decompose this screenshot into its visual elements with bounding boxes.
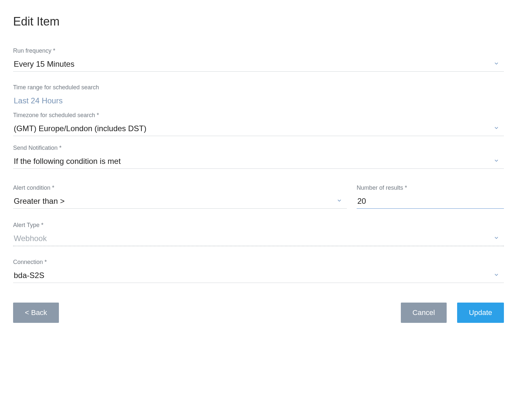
number-of-results-label: Number of results * [357, 184, 504, 191]
chevron-down-icon [493, 235, 499, 242]
back-button[interactable]: < Back [13, 303, 59, 323]
send-notification-field: Send Notification * If the following con… [13, 145, 504, 169]
timezone-field: Timezone for scheduled search * (GMT) Eu… [13, 112, 504, 136]
number-of-results-input-wrap[interactable] [357, 195, 504, 209]
time-range-label: Time range for scheduled search [13, 84, 504, 91]
update-button[interactable]: Update [457, 303, 504, 323]
run-frequency-value: Every 15 Minutes [14, 60, 74, 69]
cancel-button[interactable]: Cancel [401, 303, 447, 323]
send-notification-label: Send Notification * [13, 145, 504, 151]
button-bar: < Back Cancel Update [13, 303, 504, 323]
alert-type-label: Alert Type * [13, 222, 504, 229]
run-frequency-select[interactable]: Every 15 Minutes [13, 58, 504, 72]
right-buttons: Cancel Update [401, 303, 504, 323]
send-notification-select[interactable]: If the following condition is met [13, 155, 504, 169]
timezone-value: (GMT) Europe/London (includes DST) [14, 124, 147, 133]
timezone-select[interactable]: (GMT) Europe/London (includes DST) [13, 122, 504, 136]
number-of-results-field: Number of results * [357, 184, 504, 209]
alert-condition-field: Alert condition * Greater than > [13, 184, 347, 209]
alert-condition-label: Alert condition * [13, 184, 347, 191]
time-range-field: Time range for scheduled search Last 24 … [13, 84, 504, 106]
alert-condition-value: Greater than > [14, 197, 64, 206]
edit-item-form: Run frequency * Every 15 Minutes Time ra… [13, 47, 504, 323]
run-frequency-field: Run frequency * Every 15 Minutes [13, 47, 504, 72]
chevron-down-icon [493, 61, 499, 68]
run-frequency-label: Run frequency * [13, 47, 504, 54]
time-range-link[interactable]: Last 24 Hours [13, 94, 504, 106]
alert-condition-select[interactable]: Greater than > [13, 195, 347, 209]
timezone-label: Timezone for scheduled search * [13, 112, 504, 119]
connection-label: Connection * [13, 259, 504, 266]
chevron-down-icon [493, 125, 499, 132]
page-title: Edit Item [13, 15, 504, 28]
chevron-down-icon [493, 272, 499, 279]
chevron-down-icon [493, 158, 499, 165]
connection-field: Connection * bda-S2S [13, 259, 504, 283]
send-notification-value: If the following condition is met [14, 157, 121, 166]
alert-type-select[interactable]: Webhook [13, 232, 504, 246]
condition-row: Alert condition * Greater than > Number … [13, 184, 504, 209]
connection-select[interactable]: bda-S2S [13, 269, 504, 283]
connection-value: bda-S2S [14, 271, 44, 280]
alert-type-value: Webhook [14, 234, 47, 243]
chevron-down-icon [336, 198, 342, 205]
number-of-results-input[interactable] [357, 197, 503, 206]
alert-type-field: Alert Type * Webhook [13, 222, 504, 246]
